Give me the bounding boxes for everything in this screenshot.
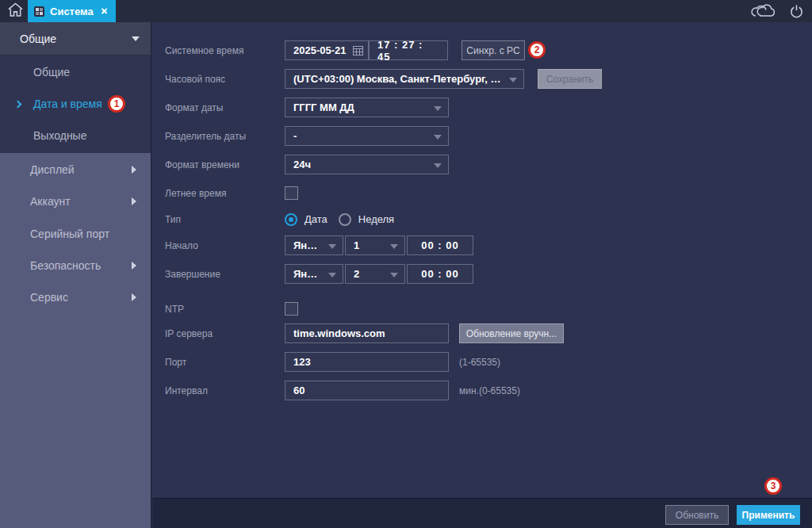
- button-label: Обновление вручн...: [466, 328, 557, 339]
- sidebar: Общие Общие Дата и время Выходные Диспле…: [0, 22, 151, 528]
- row-type: Тип Дата Неделя: [152, 209, 812, 229]
- step-badge-3: 3: [764, 477, 782, 495]
- sync-pc-button[interactable]: Синхр. с PC: [462, 40, 525, 60]
- sidebar-group-general[interactable]: Общие: [0, 22, 151, 55]
- radio-date[interactable]: Дата: [285, 213, 327, 226]
- top-bar: Система: [0, 0, 812, 22]
- time-value: 00 : 00: [421, 268, 458, 280]
- tab-system[interactable]: Система: [28, 0, 116, 22]
- row-date-separator: Разделитель даты -: [152, 126, 812, 146]
- sidebar-group-label: Общие: [20, 33, 132, 45]
- time-value: 17 : 27 : 45: [377, 39, 439, 63]
- date-format-dropdown[interactable]: ГГГГ ММ ДД: [285, 98, 449, 117]
- button-label: Сохранить: [546, 74, 594, 85]
- home-button[interactable]: [5, 2, 25, 20]
- settings-form: Системное время 2025-05-21 17 : 27 : 45 …: [152, 22, 812, 498]
- row-start: Начало Янва... 1 00 : 00: [152, 235, 812, 255]
- chevron-down-icon: [132, 36, 140, 41]
- dst-checkbox[interactable]: [285, 186, 298, 200]
- dropdown-value: -: [293, 130, 427, 142]
- sidebar-item-label: Общие: [33, 66, 70, 78]
- sidebar-item-label: Серийный порт: [30, 228, 109, 240]
- row-timezone: Часовой пояс (UTC+03:00) Москва, Санкт-П…: [152, 69, 812, 89]
- start-time-input[interactable]: 00 : 00: [407, 235, 473, 255]
- power-icon[interactable]: [789, 4, 804, 19]
- row-end: Завершение Янва... 2 00 : 00: [152, 264, 812, 284]
- calendar-icon[interactable]: [353, 45, 363, 58]
- radio-icon: [285, 213, 297, 226]
- app-window: Система Общие Общие: [0, 0, 812, 528]
- step-badge-1: 1: [108, 95, 125, 113]
- chevron-down-icon: [509, 78, 517, 82]
- radio-week[interactable]: Неделя: [339, 213, 394, 226]
- start-month-dropdown[interactable]: Янва...: [285, 235, 343, 255]
- cloud-icon[interactable]: [749, 3, 776, 19]
- field-label: Интервал: [165, 385, 208, 396]
- date-separator-dropdown[interactable]: -: [285, 126, 449, 146]
- date-value: 2025-05-21: [293, 44, 347, 56]
- time-input[interactable]: 17 : 27 : 45: [369, 40, 448, 60]
- end-day-dropdown[interactable]: 2: [345, 264, 405, 284]
- chevron-down-icon: [434, 135, 442, 140]
- field-label: Порт: [165, 357, 186, 368]
- sidebar-item-label: Дисплей: [30, 163, 75, 176]
- date-input[interactable]: 2025-05-21: [285, 40, 369, 60]
- row-server: IP сервера Обновление вручн...: [152, 323, 812, 343]
- step-badge-2: 2: [528, 41, 546, 59]
- field-label: Летнее время: [165, 188, 226, 199]
- chevron-down-icon: [434, 106, 442, 111]
- end-month-dropdown[interactable]: Янва...: [285, 264, 343, 284]
- sidebar-item-general[interactable]: Общие: [0, 56, 151, 88]
- button-label: Синхр. с PC: [466, 45, 519, 56]
- dropdown-value: Янва...: [293, 239, 322, 251]
- type-radio-group: Дата Неделя: [285, 209, 394, 229]
- save-button[interactable]: Сохранить: [538, 69, 602, 89]
- chevron-right-icon: [132, 166, 136, 174]
- chevron-right-icon: [132, 293, 136, 301]
- chevron-down-icon: [328, 244, 336, 249]
- sidebar-item-account[interactable]: Аккаунт: [0, 186, 151, 217]
- sidebar-item-security[interactable]: Безопасность: [0, 250, 151, 281]
- end-time-input[interactable]: 00 : 00: [407, 264, 473, 284]
- refresh-button[interactable]: Обновить: [665, 505, 729, 525]
- close-icon[interactable]: [99, 6, 109, 17]
- sidebar-item-label: Сервис: [30, 291, 68, 304]
- time-format-dropdown[interactable]: 24ч: [285, 155, 449, 174]
- field-label: Начало: [165, 240, 198, 251]
- chevron-right-icon: [14, 100, 22, 108]
- system-icon: [34, 6, 44, 17]
- server-input[interactable]: [285, 323, 449, 343]
- field-label: Тип: [165, 214, 181, 225]
- sidebar-item-service[interactable]: Сервис: [0, 281, 151, 313]
- dropdown-value: ГГГГ ММ ДД: [293, 101, 427, 113]
- sidebar-submenu: Общие Дата и время Выходные: [0, 55, 151, 153]
- footer-bar: Обновить Применить: [152, 498, 812, 528]
- apply-button[interactable]: Применить: [737, 505, 800, 525]
- field-label: Часовой пояс: [165, 74, 225, 85]
- sidebar-item-label: Выходные: [33, 129, 86, 142]
- sidebar-item-label: Безопасность: [30, 259, 101, 272]
- dropdown-value: 1: [354, 239, 384, 251]
- time-value: 00 : 00: [421, 239, 458, 251]
- radio-label: Дата: [304, 213, 327, 225]
- port-range-hint: (1-65535): [459, 357, 500, 368]
- dropdown-value: 2: [354, 268, 384, 280]
- sidebar-item-date-time[interactable]: Дата и время: [0, 88, 151, 120]
- row-dst: Летнее время: [152, 183, 812, 203]
- field-label: Разделитель даты: [165, 131, 246, 142]
- sidebar-item-display[interactable]: Дисплей: [0, 154, 151, 186]
- timezone-dropdown[interactable]: (UTC+03:00) Москва, Санкт-Петербург, Во.…: [285, 69, 524, 89]
- port-input[interactable]: [285, 352, 449, 372]
- interval-input[interactable]: [285, 381, 449, 400]
- dropdown-value: 24ч: [293, 159, 427, 170]
- sidebar-item-holidays[interactable]: Выходные: [0, 120, 151, 151]
- ntp-checkbox[interactable]: [285, 302, 298, 316]
- row-ntp: NTP: [152, 299, 812, 319]
- home-icon: [7, 2, 24, 21]
- chevron-down-icon: [390, 273, 398, 277]
- sidebar-item-serial-port[interactable]: Серийный порт: [0, 218, 151, 250]
- radio-label: Неделя: [358, 213, 394, 225]
- manual-update-button[interactable]: Обновление вручн...: [459, 323, 564, 343]
- start-day-dropdown[interactable]: 1: [345, 235, 405, 255]
- row-system-time: Системное время 2025-05-21 17 : 27 : 45 …: [152, 40, 812, 60]
